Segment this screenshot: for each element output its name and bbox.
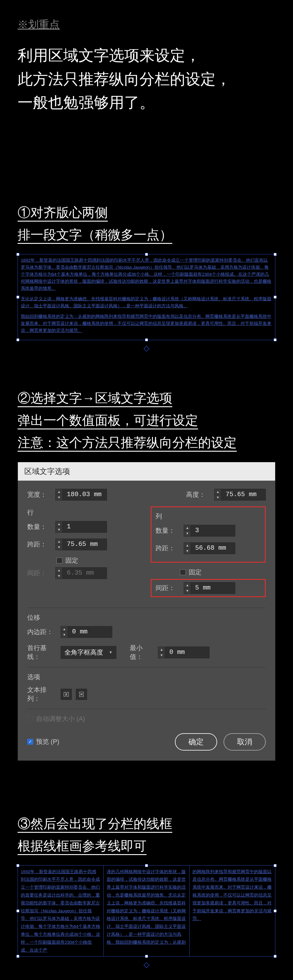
step-up-icon[interactable]: ▲ bbox=[215, 489, 221, 495]
col-gap-stepper[interactable]: ▲▼ 5 mm bbox=[184, 582, 235, 594]
row-count-stepper[interactable]: ▲▼ 1 bbox=[55, 521, 107, 533]
svg-rect-3 bbox=[79, 695, 83, 697]
step1-heading: ①对齐版心两侧 排一段文字（稍微多一点） bbox=[0, 202, 293, 245]
step-up-icon[interactable]: ▲ bbox=[158, 647, 165, 653]
col-span-label: 跨距： bbox=[155, 544, 179, 553]
row-span-stepper[interactable]: ▲▼ 75.65 mm bbox=[55, 539, 107, 550]
frame-handle[interactable] bbox=[145, 955, 148, 958]
frame-handle[interactable] bbox=[274, 955, 277, 958]
divider bbox=[27, 667, 266, 667]
baseline-label: 首行基线： bbox=[27, 644, 56, 661]
frame-handle[interactable] bbox=[274, 910, 277, 912]
inset-stepper[interactable]: ▲▼ 0 mm bbox=[61, 626, 112, 638]
frame-handle[interactable] bbox=[274, 338, 277, 341]
checkbox-checked-icon[interactable] bbox=[27, 739, 33, 745]
frame-handle[interactable] bbox=[16, 253, 19, 256]
col-gap-label: 间距： bbox=[155, 584, 179, 592]
dialog-titlebar[interactable]: 区域文字选项 bbox=[18, 462, 275, 480]
step-up-icon[interactable]: ▲ bbox=[56, 539, 62, 545]
column-text: 1692年，新登基的法国国王路易十四感到法国的印刷水平不尽人意，因此命令成立一个… bbox=[21, 868, 101, 954]
inset-value[interactable]: 0 mm bbox=[68, 627, 112, 637]
frame-handle[interactable] bbox=[16, 296, 19, 299]
step3-line1: ③然后会出现了分栏的线框 bbox=[18, 816, 172, 833]
header-description: 利用区域文字选项来设定， 此方法只推荐纵向分栏的设定， 一般也勉强够用了。 bbox=[18, 44, 275, 115]
width-stepper[interactable]: ▲▼ 180.03 mm bbox=[55, 489, 107, 501]
step-down-icon[interactable]: ▼ bbox=[215, 495, 221, 500]
step3-line2: 根据线框画参考线即可 bbox=[18, 838, 146, 855]
col-span-stepper[interactable]: ▲▼ 56.68 mm bbox=[184, 542, 235, 554]
text-frame-single[interactable]: 1692年，新登基的法国国王路易十四感到法国的印刷水平不尽人意，因此命令成立一个… bbox=[18, 254, 275, 340]
fixed-label: 固定 bbox=[189, 568, 202, 577]
svg-rect-2 bbox=[79, 692, 83, 694]
min-stepper[interactable]: ▲▼ 0 mm bbox=[158, 647, 210, 658]
step-up-icon[interactable]: ▲ bbox=[184, 525, 191, 531]
step2-line2: 弹出一个数值面板，可进行设定 bbox=[18, 413, 198, 430]
checkbox-icon[interactable] bbox=[56, 558, 62, 563]
step-up-icon[interactable]: ▲ bbox=[56, 521, 62, 527]
frame-handle[interactable] bbox=[145, 338, 148, 341]
col-span-value[interactable]: 56.68 mm bbox=[191, 542, 235, 554]
sample-paragraph: 我始回到栅格系统的定义为：从规则的网格阵列来指导和规范网页中的版面布局以及信息分… bbox=[21, 313, 272, 334]
step-down-icon[interactable]: ▼ bbox=[184, 548, 191, 554]
autosize-checkbox[interactable]: 自动调整大小 (A) bbox=[27, 714, 266, 723]
col-fixed-checkbox[interactable]: 固定 bbox=[180, 568, 266, 577]
textflow-vertical-button[interactable] bbox=[76, 689, 87, 700]
step-down-icon[interactable]: ▼ bbox=[56, 495, 62, 500]
area-type-options-dialog: 区域文字选项 宽度： ▲▼ 180.03 mm 高度： ▲▼ 75.65 mm bbox=[18, 462, 275, 761]
frame-handle[interactable] bbox=[16, 910, 19, 912]
frame-handle[interactable] bbox=[145, 253, 148, 256]
ok-button[interactable]: 确定 bbox=[175, 733, 217, 751]
text-frame-three-columns[interactable]: 1692年，新登基的法国国王路易十四感到法国的印刷水平不尽人意，因此命令成立一个… bbox=[18, 865, 275, 957]
step-up-icon[interactable]: ▲ bbox=[56, 489, 62, 495]
step-down-icon[interactable]: ▼ bbox=[61, 632, 68, 638]
row-span-value[interactable]: 75.65 mm bbox=[63, 539, 107, 550]
columns-highlight-box: 列 数量： ▲▼ 3 跨距： ▲▼ 56.68 bbox=[151, 506, 266, 563]
row-fixed-checkbox[interactable]: 固定 bbox=[56, 556, 142, 565]
col-gap-value[interactable]: 5 mm bbox=[191, 582, 235, 593]
step-down-icon[interactable]: ▼ bbox=[184, 588, 191, 593]
cols-section-label: 列 bbox=[155, 512, 261, 521]
row-count-value[interactable]: 1 bbox=[63, 521, 107, 532]
dialog-body: 宽度： ▲▼ 180.03 mm 高度： ▲▼ 75.65 mm 行 数量： bbox=[18, 480, 275, 760]
height-value[interactable]: 75.65 mm bbox=[221, 489, 266, 500]
col-count-value[interactable]: 3 bbox=[191, 525, 235, 536]
height-stepper[interactable]: ▲▼ 75.65 mm bbox=[214, 489, 266, 501]
width-value[interactable]: 180.03 mm bbox=[63, 489, 107, 500]
cancel-button[interactable]: 取消 bbox=[224, 733, 266, 751]
step2-line3: 注意：这个方法只推荐纵向分栏的设定 bbox=[18, 435, 237, 452]
rows-section-label: 行 bbox=[27, 508, 142, 517]
spacer bbox=[0, 761, 293, 813]
baseline-select[interactable]: 全角字框高度 ▼ bbox=[61, 646, 116, 659]
frame-handle[interactable] bbox=[274, 253, 277, 256]
step-down-icon[interactable]: ▼ bbox=[56, 544, 62, 550]
frame-handle[interactable] bbox=[16, 338, 19, 341]
step-down-icon[interactable]: ▼ bbox=[158, 652, 165, 658]
min-value[interactable]: 0 mm bbox=[165, 647, 209, 658]
header-block: ※划重点 利用区域文字选项来设定， 此方法只推荐纵向分栏的设定， 一般也勉强够用… bbox=[0, 0, 293, 138]
frame-handle[interactable] bbox=[145, 864, 148, 867]
step1-line2: 排一段文字（稍微多一点） bbox=[18, 228, 172, 244]
center-anchor-icon: ◇ bbox=[0, 344, 293, 353]
preview-checkbox[interactable]: 预览 (P) bbox=[27, 737, 59, 746]
col-count-stepper[interactable]: ▲▼ 3 bbox=[184, 525, 235, 536]
frame-handle[interactable] bbox=[16, 955, 19, 958]
svg-rect-1 bbox=[67, 692, 69, 696]
frame-handle[interactable] bbox=[274, 864, 277, 867]
options-section-label: 选项 bbox=[27, 673, 266, 681]
step-up-icon[interactable]: ▲ bbox=[61, 627, 68, 632]
row-gap-value: 6.35 mm bbox=[63, 568, 107, 578]
row-gap-label: 间距： bbox=[27, 569, 51, 578]
step-up-icon[interactable]: ▲ bbox=[184, 582, 191, 589]
frame-handle[interactable] bbox=[274, 296, 277, 299]
frame-handle[interactable] bbox=[16, 864, 19, 867]
row-gap-stepper: ▲▼ 6.35 mm bbox=[55, 567, 107, 579]
step-up-icon[interactable]: ▲ bbox=[184, 542, 191, 549]
checkbox-icon[interactable] bbox=[27, 716, 33, 722]
step2-line1: ②选择文字→区域文字选项 bbox=[18, 391, 172, 407]
textflow-horizontal-button[interactable] bbox=[61, 689, 72, 700]
step2-heading: ②选择文字→区域文字选项 弹出一个数值面板，可进行设定 注意：这个方法只推荐纵向… bbox=[0, 388, 293, 453]
step-down-icon[interactable]: ▼ bbox=[56, 527, 62, 533]
step-down-icon[interactable]: ▼ bbox=[184, 531, 191, 536]
checkbox-icon[interactable] bbox=[180, 570, 186, 575]
col-count-label: 数量： bbox=[155, 526, 179, 535]
